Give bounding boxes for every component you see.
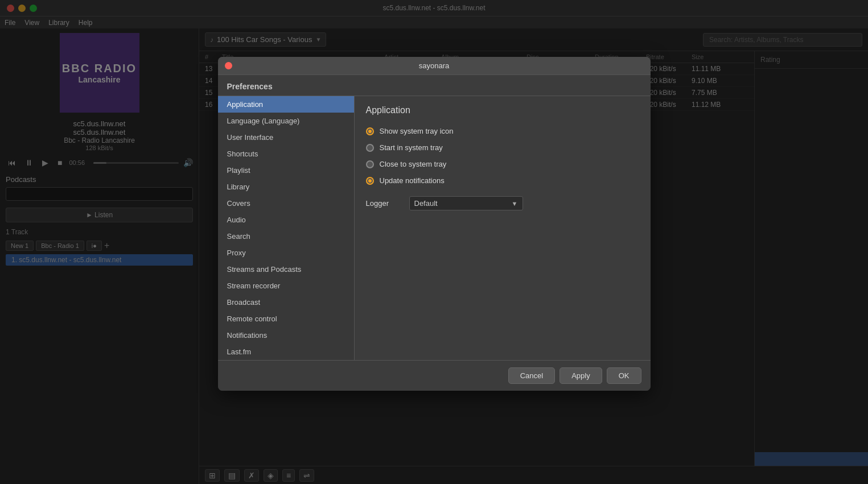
pref-radio[interactable]: [366, 127, 374, 135]
pref-option: Close to system tray: [366, 160, 639, 168]
prefs-item-stream-recorder[interactable]: Stream recorder: [218, 278, 354, 294]
logger-value: Default: [414, 199, 508, 208]
modal-title: sayonara: [237, 61, 632, 70]
prefs-item-remote-control[interactable]: Remote control: [218, 311, 354, 327]
prefs-item-library[interactable]: Library: [218, 179, 354, 195]
prefs-item-application[interactable]: Application: [218, 96, 354, 113]
modal-footer: Cancel Apply OK: [218, 360, 651, 391]
pref-options: Show system tray iconStart in system tra…: [366, 127, 639, 185]
ok-button[interactable]: OK: [607, 367, 641, 384]
modal-header: Preferences: [218, 75, 651, 96]
pref-label: Show system tray icon: [380, 127, 454, 135]
modal-overlay: sayonara Preferences ApplicationLanguage…: [0, 0, 868, 484]
prefs-item-streams-and-podcasts[interactable]: Streams and Podcasts: [218, 261, 354, 278]
logger-label: Logger: [366, 199, 400, 208]
pref-option: Update notifications: [366, 176, 639, 185]
prefs-section-title: Application: [366, 105, 639, 115]
prefs-item-broadcast[interactable]: Broadcast: [218, 294, 354, 311]
prefs-content: Application Show system tray iconStart i…: [355, 96, 651, 360]
pref-label: Close to system tray: [380, 160, 447, 168]
prefs-item-search[interactable]: Search: [218, 228, 354, 245]
prefs-item-proxy[interactable]: Proxy: [218, 245, 354, 261]
prefs-sidebar: ApplicationLanguage (Language)User Inter…: [218, 96, 355, 360]
prefs-item-playlist[interactable]: Playlist: [218, 162, 354, 179]
preferences-modal: sayonara Preferences ApplicationLanguage…: [218, 57, 651, 391]
pref-option: Show system tray icon: [366, 127, 639, 135]
logger-dropdown-icon: ▼: [512, 200, 518, 207]
prefs-item-shortcuts[interactable]: Shortcuts: [218, 146, 354, 162]
prefs-item-language-(language)[interactable]: Language (Language): [218, 113, 354, 129]
modal-close-button[interactable]: [225, 62, 232, 69]
pref-radio[interactable]: [366, 144, 374, 152]
pref-option: Start in system tray: [366, 143, 639, 152]
pref-label: Update notifications: [380, 176, 445, 185]
logger-row: Logger Default ▼: [366, 196, 639, 210]
logger-select[interactable]: Default ▼: [409, 196, 523, 210]
modal-body: ApplicationLanguage (Language)User Inter…: [218, 96, 651, 360]
pref-radio[interactable]: [366, 160, 374, 168]
pref-radio[interactable]: [366, 177, 374, 185]
prefs-item-last.fm[interactable]: Last.fm: [218, 344, 354, 360]
prefs-item-covers[interactable]: Covers: [218, 195, 354, 212]
prefs-item-user-interface[interactable]: User Interface: [218, 129, 354, 146]
cancel-button[interactable]: Cancel: [508, 367, 555, 384]
prefs-items: ApplicationLanguage (Language)User Inter…: [218, 96, 354, 360]
pref-label: Start in system tray: [380, 143, 443, 152]
apply-button[interactable]: Apply: [560, 367, 602, 384]
prefs-item-notifications[interactable]: Notifications: [218, 327, 354, 344]
prefs-item-audio[interactable]: Audio: [218, 212, 354, 228]
modal-title-bar: sayonara: [218, 57, 651, 75]
